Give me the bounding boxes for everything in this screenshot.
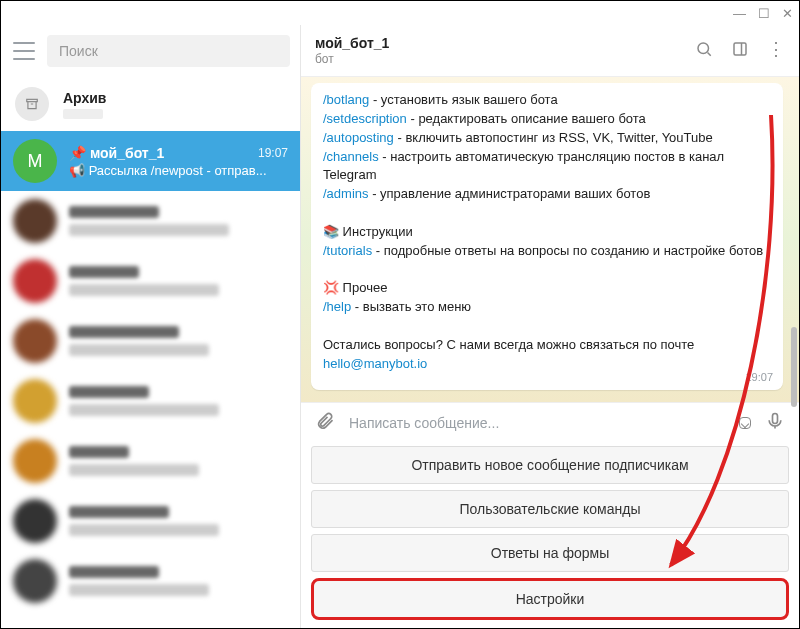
panel-icon[interactable] <box>731 40 749 61</box>
chat-item[interactable] <box>1 491 300 551</box>
kb-custom-commands[interactable]: Пользовательские команды <box>311 490 789 528</box>
megaphone-icon: 📢 <box>69 163 85 178</box>
kb-send-new[interactable]: Отправить новое сообщение подписчикам <box>311 446 789 484</box>
svg-rect-2 <box>734 43 746 55</box>
chat-item[interactable] <box>1 251 300 311</box>
kb-settings[interactable]: Настройки <box>311 578 789 620</box>
hamburger-menu-icon[interactable] <box>13 42 35 60</box>
search-icon[interactable] <box>695 40 713 61</box>
reply-keyboard: Отправить новое сообщение подписчикам По… <box>301 442 799 629</box>
commands-icon[interactable] <box>739 417 751 429</box>
chat-panel: мой_бот_1 бот ⋮ /botlang - установить яз… <box>301 25 799 629</box>
more-icon[interactable]: ⋮ <box>767 40 785 61</box>
cmd-link[interactable]: /admins <box>323 186 369 201</box>
chat-subtitle: бот <box>315 52 683 66</box>
minimize-button[interactable]: — <box>733 7 746 20</box>
window-titlebar: — ☐ ✕ <box>1 1 799 25</box>
books-icon: 📚 <box>323 224 339 239</box>
mic-icon[interactable] <box>765 411 785 434</box>
cmd-link[interactable]: /tutorials <box>323 243 372 258</box>
chat-item-active[interactable]: M 📌 мой_бот_1 19:07 📢 Рассылка /newpost … <box>1 131 300 191</box>
anger-icon: 💢 <box>323 280 339 295</box>
message-time: 19:07 <box>745 370 773 386</box>
cmd-link[interactable]: /botlang <box>323 92 369 107</box>
message-input-row: Написать сообщение... <box>301 402 799 442</box>
search-input[interactable]: Поиск <box>47 35 290 67</box>
pin-icon: 📌 <box>69 145 86 161</box>
chat-item[interactable] <box>1 551 300 611</box>
chat-item[interactable] <box>1 311 300 371</box>
cmd-link[interactable]: /setdescription <box>323 111 407 126</box>
svg-point-1 <box>698 43 709 54</box>
message-input[interactable]: Написать сообщение... <box>349 415 725 431</box>
chat-time: 19:07 <box>258 146 288 160</box>
close-button[interactable]: ✕ <box>782 7 793 20</box>
chat-item[interactable] <box>1 371 300 431</box>
cmd-link[interactable]: /autoposting <box>323 130 394 145</box>
svg-rect-3 <box>773 414 778 424</box>
attach-icon[interactable] <box>315 411 335 434</box>
archive-row[interactable]: Архив <box>1 77 300 131</box>
cmd-link[interactable]: /channels <box>323 149 379 164</box>
chat-name: мой_бот_1 <box>90 145 164 161</box>
archive-icon <box>15 87 49 121</box>
kb-form-replies[interactable]: Ответы на формы <box>311 534 789 572</box>
maximize-button[interactable]: ☐ <box>758 7 770 20</box>
message-bubble: /botlang - установить язык вашего бота /… <box>311 83 783 390</box>
chat-preview: Рассылка /newpost - отправ... <box>89 163 267 178</box>
email-link[interactable]: hello@manybot.io <box>323 356 427 371</box>
chat-item[interactable] <box>1 191 300 251</box>
sidebar: Поиск Архив M 📌 мой_бот_1 19:07 📢 Рассыл… <box>1 25 301 629</box>
avatar: M <box>13 139 57 183</box>
archive-label: Архив <box>63 90 106 106</box>
chat-title: мой_бот_1 <box>315 35 683 51</box>
chat-item[interactable] <box>1 431 300 491</box>
cmd-link[interactable]: /help <box>323 299 351 314</box>
scrollbar[interactable] <box>791 97 797 460</box>
svg-rect-0 <box>27 99 38 101</box>
